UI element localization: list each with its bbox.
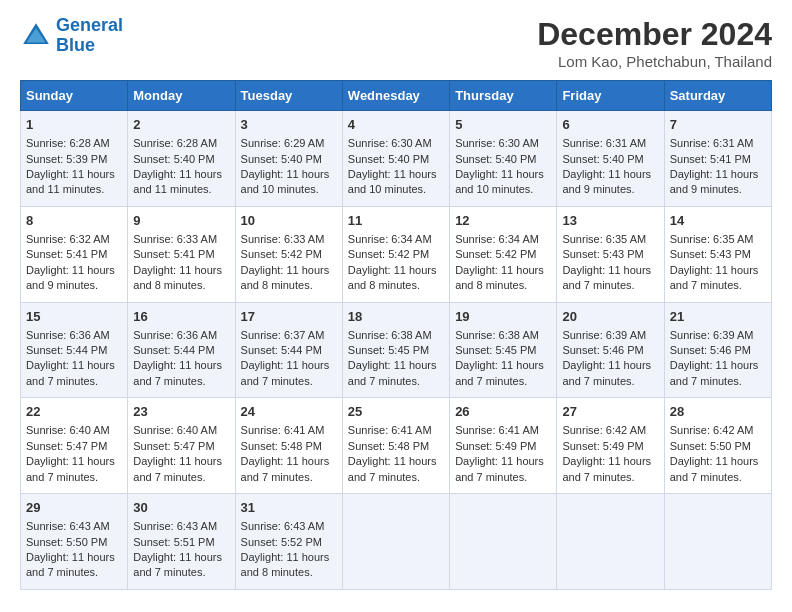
page-header: General Blue December 2024 Lom Kao, Phet… [20,16,772,70]
daylight-label: Daylight: 11 hours and 9 minutes. [670,168,759,195]
calendar-cell: 25Sunrise: 6:41 AMSunset: 5:48 PMDayligh… [342,398,449,494]
col-thursday: Thursday [450,81,557,111]
daylight-label: Daylight: 11 hours and 8 minutes. [241,264,330,291]
sunset-label: Sunset: 5:50 PM [26,536,107,548]
calendar-cell: 3Sunrise: 6:29 AMSunset: 5:40 PMDaylight… [235,111,342,207]
sunset-label: Sunset: 5:39 PM [26,153,107,165]
sunrise-label: Sunrise: 6:39 AM [562,329,646,341]
calendar-body: 1Sunrise: 6:28 AMSunset: 5:39 PMDaylight… [21,111,772,590]
sunset-label: Sunset: 5:44 PM [241,344,322,356]
col-tuesday: Tuesday [235,81,342,111]
daylight-label: Daylight: 11 hours and 7 minutes. [26,359,115,386]
daylight-label: Daylight: 11 hours and 7 minutes. [133,455,222,482]
sunrise-label: Sunrise: 6:39 AM [670,329,754,341]
day-number: 6 [562,116,658,134]
daylight-label: Daylight: 11 hours and 7 minutes. [670,359,759,386]
sunset-label: Sunset: 5:47 PM [133,440,214,452]
calendar-cell: 21Sunrise: 6:39 AMSunset: 5:46 PMDayligh… [664,302,771,398]
sunrise-label: Sunrise: 6:34 AM [348,233,432,245]
sunset-label: Sunset: 5:51 PM [133,536,214,548]
day-number: 27 [562,403,658,421]
day-number: 13 [562,212,658,230]
daylight-label: Daylight: 11 hours and 10 minutes. [348,168,437,195]
sunrise-label: Sunrise: 6:34 AM [455,233,539,245]
day-number: 8 [26,212,122,230]
day-number: 7 [670,116,766,134]
daylight-label: Daylight: 11 hours and 9 minutes. [26,264,115,291]
daylight-label: Daylight: 11 hours and 7 minutes. [241,359,330,386]
calendar-cell: 13Sunrise: 6:35 AMSunset: 5:43 PMDayligh… [557,206,664,302]
sunset-label: Sunset: 5:45 PM [455,344,536,356]
sunset-label: Sunset: 5:49 PM [562,440,643,452]
sunrise-label: Sunrise: 6:38 AM [455,329,539,341]
sunset-label: Sunset: 5:43 PM [562,248,643,260]
sunrise-label: Sunrise: 6:43 AM [241,520,325,532]
sunrise-label: Sunrise: 6:29 AM [241,137,325,149]
sunrise-label: Sunrise: 6:35 AM [670,233,754,245]
day-number: 19 [455,308,551,326]
sunset-label: Sunset: 5:45 PM [348,344,429,356]
sunset-label: Sunset: 5:42 PM [241,248,322,260]
calendar-cell: 8Sunrise: 6:32 AMSunset: 5:41 PMDaylight… [21,206,128,302]
sunset-label: Sunset: 5:42 PM [455,248,536,260]
day-number: 5 [455,116,551,134]
calendar-cell: 1Sunrise: 6:28 AMSunset: 5:39 PMDaylight… [21,111,128,207]
sunrise-label: Sunrise: 6:42 AM [562,424,646,436]
calendar-cell: 6Sunrise: 6:31 AMSunset: 5:40 PMDaylight… [557,111,664,207]
sunset-label: Sunset: 5:40 PM [241,153,322,165]
day-number: 21 [670,308,766,326]
sunrise-label: Sunrise: 6:41 AM [241,424,325,436]
daylight-label: Daylight: 11 hours and 7 minutes. [133,359,222,386]
sunset-label: Sunset: 5:41 PM [26,248,107,260]
calendar-cell: 20Sunrise: 6:39 AMSunset: 5:46 PMDayligh… [557,302,664,398]
daylight-label: Daylight: 11 hours and 7 minutes. [348,455,437,482]
sunrise-label: Sunrise: 6:28 AM [133,137,217,149]
sunset-label: Sunset: 5:44 PM [26,344,107,356]
sunrise-label: Sunrise: 6:40 AM [26,424,110,436]
sunset-label: Sunset: 5:48 PM [348,440,429,452]
calendar-cell: 31Sunrise: 6:43 AMSunset: 5:52 PMDayligh… [235,494,342,590]
sunset-label: Sunset: 5:50 PM [670,440,751,452]
day-number: 25 [348,403,444,421]
daylight-label: Daylight: 11 hours and 7 minutes. [241,455,330,482]
daylight-label: Daylight: 11 hours and 10 minutes. [455,168,544,195]
daylight-label: Daylight: 11 hours and 7 minutes. [562,455,651,482]
calendar-week-3: 15Sunrise: 6:36 AMSunset: 5:44 PMDayligh… [21,302,772,398]
calendar-table: Sunday Monday Tuesday Wednesday Thursday… [20,80,772,590]
sunrise-label: Sunrise: 6:35 AM [562,233,646,245]
daylight-label: Daylight: 11 hours and 7 minutes. [562,264,651,291]
sunrise-label: Sunrise: 6:36 AM [133,329,217,341]
calendar-header: Sunday Monday Tuesday Wednesday Thursday… [21,81,772,111]
day-number: 31 [241,499,337,517]
sunrise-label: Sunrise: 6:33 AM [241,233,325,245]
calendar-cell: 10Sunrise: 6:33 AMSunset: 5:42 PMDayligh… [235,206,342,302]
day-number: 22 [26,403,122,421]
daylight-label: Daylight: 11 hours and 7 minutes. [670,264,759,291]
col-wednesday: Wednesday [342,81,449,111]
daylight-label: Daylight: 11 hours and 8 minutes. [133,264,222,291]
daylight-label: Daylight: 11 hours and 11 minutes. [133,168,222,195]
logo: General Blue [20,16,123,56]
calendar-cell [450,494,557,590]
sunrise-label: Sunrise: 6:37 AM [241,329,325,341]
calendar-week-4: 22Sunrise: 6:40 AMSunset: 5:47 PMDayligh… [21,398,772,494]
daylight-label: Daylight: 11 hours and 7 minutes. [670,455,759,482]
day-number: 17 [241,308,337,326]
sunrise-label: Sunrise: 6:28 AM [26,137,110,149]
sunrise-label: Sunrise: 6:41 AM [348,424,432,436]
calendar-cell: 11Sunrise: 6:34 AMSunset: 5:42 PMDayligh… [342,206,449,302]
calendar-cell: 18Sunrise: 6:38 AMSunset: 5:45 PMDayligh… [342,302,449,398]
sunrise-label: Sunrise: 6:43 AM [26,520,110,532]
sunrise-label: Sunrise: 6:33 AM [133,233,217,245]
daylight-label: Daylight: 11 hours and 7 minutes. [348,359,437,386]
sunset-label: Sunset: 5:47 PM [26,440,107,452]
daylight-label: Daylight: 11 hours and 7 minutes. [26,455,115,482]
sunrise-label: Sunrise: 6:38 AM [348,329,432,341]
calendar-cell: 23Sunrise: 6:40 AMSunset: 5:47 PMDayligh… [128,398,235,494]
day-number: 29 [26,499,122,517]
sunrise-label: Sunrise: 6:36 AM [26,329,110,341]
day-number: 9 [133,212,229,230]
calendar-cell: 15Sunrise: 6:36 AMSunset: 5:44 PMDayligh… [21,302,128,398]
daylight-label: Daylight: 11 hours and 7 minutes. [562,359,651,386]
day-number: 28 [670,403,766,421]
